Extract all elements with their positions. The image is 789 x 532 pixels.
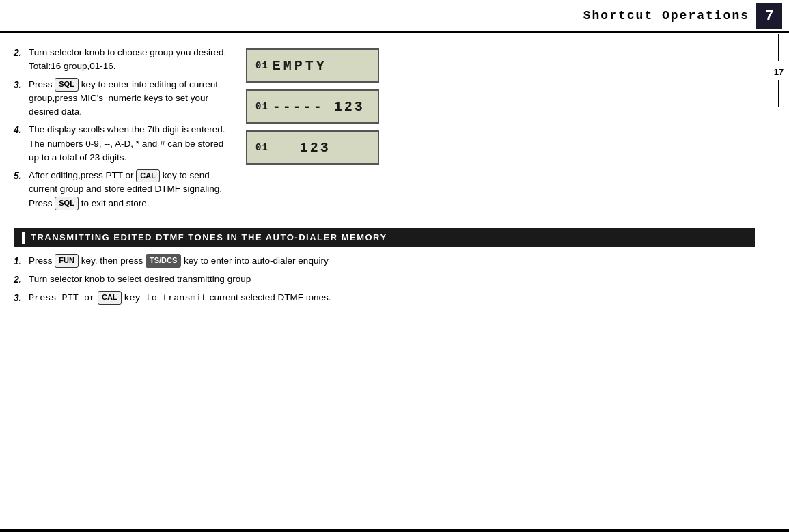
step-3-text: Press SQL key to enter into editing of c… (29, 78, 232, 120)
sidebar-line-bottom (778, 80, 779, 107)
step-4-number: 4. (14, 123, 29, 165)
step-2-text: Turn selector knob to choose group you d… (29, 46, 232, 74)
lcd-display-3: 01 123 (246, 130, 379, 165)
lcd-3-content: 123 (300, 140, 331, 156)
sidebar-number: 17 (774, 67, 784, 77)
lcd-display-1: 01 EMPTY (246, 48, 379, 83)
lcd-displays: 01 EMPTY 01 ----- 123 01 123 (246, 48, 379, 214)
step-5: 5. After editing,press PTT or CAL key to… (14, 169, 232, 210)
main-content: 2. Turn selector knob to choose group yo… (0, 33, 789, 316)
bottom-border (0, 529, 789, 532)
bottom-step-2-text: Turn selector knob to select desired tra… (29, 272, 342, 287)
fun-key: FUN (55, 254, 79, 267)
lcd-3-prefix: 01 (255, 142, 268, 153)
bottom-step-1-text: Press FUN key, then press TS/DCS key to … (29, 254, 342, 268)
header-title: Shortcut Operations (583, 9, 749, 23)
step-3-mono: Press PTT or (29, 293, 95, 303)
bottom-step-3-text: Press PTT or CAL key to transmit current… (29, 291, 342, 305)
step-4-text: The display scrolls when the 7th digit i… (29, 123, 232, 165)
step-2: 2. Turn selector knob to choose group yo… (14, 46, 232, 74)
cal-key-1: CAL (136, 169, 160, 182)
bottom-step-2-number: 2. (14, 272, 29, 287)
step-5-number: 5. (14, 169, 29, 210)
step-3: 3. Press SQL key to enter into editing o… (14, 78, 232, 120)
bottom-step-3: 3. Press PTT or CAL key to transmit curr… (14, 291, 342, 305)
header-bar: Shortcut Operations 7 (0, 0, 789, 33)
step-4: 4. The display scrolls when the 7th digi… (14, 123, 232, 165)
step-3-mono2: key to transmit (124, 293, 207, 303)
lcd-2-prefix: 01 (255, 101, 268, 112)
sql-key-1: SQL (55, 78, 79, 91)
lcd-2-content: ----- 123 (273, 99, 365, 115)
section-header: TRANSMITTING EDITED DTMF TONES IN THE AU… (14, 228, 755, 247)
step-5-text: After editing,press PTT or CAL key to se… (29, 169, 232, 210)
bottom-step-3-number: 3. (14, 291, 29, 305)
lcd-display-2: 01 ----- 123 (246, 89, 379, 124)
tsdcs-key: TS/DCS (146, 254, 181, 267)
steps-bottom-section: 1. Press FUN key, then press TS/DCS key … (14, 254, 342, 305)
bottom-step-2: 2. Turn selector knob to select desired … (14, 272, 342, 287)
lcd-1-prefix: 01 (255, 60, 268, 71)
sql-key-2: SQL (55, 197, 79, 210)
lcd-1-content: EMPTY (273, 58, 327, 74)
step-3-number: 3. (14, 78, 29, 120)
bottom-step-1-number: 1. (14, 254, 29, 268)
right-sidebar: 17 (769, 34, 789, 107)
bottom-step-1: 1. Press FUN key, then press TS/DCS key … (14, 254, 342, 268)
cal-key-2: CAL (98, 291, 122, 304)
header-page-number: 7 (756, 3, 782, 29)
step-2-number: 2. (14, 46, 29, 74)
steps-top-section: 2. Turn selector knob to choose group yo… (14, 46, 232, 214)
sidebar-line-top (778, 34, 779, 61)
